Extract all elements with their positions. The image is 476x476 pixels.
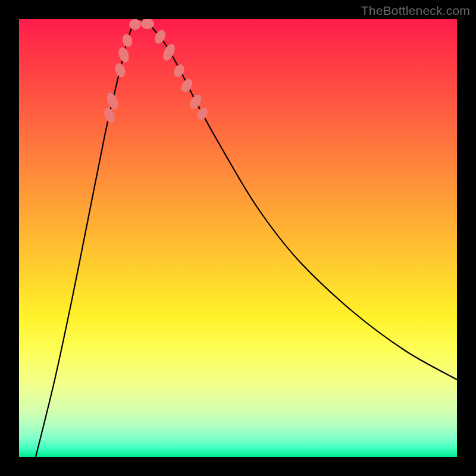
chart-svg: [19, 19, 457, 457]
data-point: [117, 46, 130, 64]
data-point: [113, 62, 127, 79]
data-point: [121, 33, 134, 48]
data-point: [129, 19, 141, 30]
chart-frame: TheBottleneck.com: [0, 0, 476, 476]
bottleneck-curve-path: [36, 20, 457, 457]
data-point: [179, 77, 195, 95]
data-point: [195, 105, 210, 121]
data-point: [188, 93, 204, 111]
bottleneck-curve: [36, 20, 457, 457]
data-point: [172, 63, 186, 79]
marker-group: [102, 19, 210, 124]
watermark-text: TheBottleneck.com: [361, 4, 470, 18]
plot-area: [19, 19, 457, 457]
